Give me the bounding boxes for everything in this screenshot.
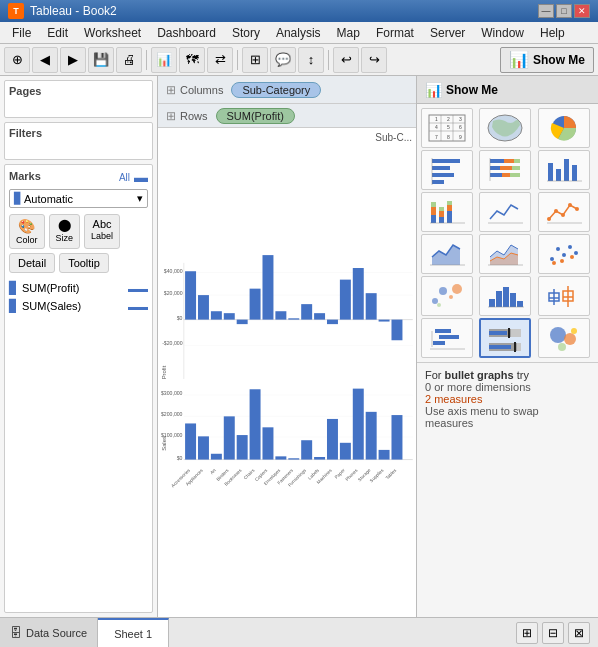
toolbar-forward[interactable]: ▶ (60, 47, 86, 73)
chart-type-geo-map[interactable] (479, 108, 531, 148)
toolbar-redo[interactable]: ↪ (361, 47, 387, 73)
svg-rect-13 (224, 313, 235, 319)
svg-rect-21 (327, 320, 338, 325)
new-sheet-button[interactable]: ⊞ (516, 622, 538, 644)
chart-type-area-2[interactable] (479, 234, 531, 274)
chart-type-stacked-bar-h[interactable] (479, 150, 531, 190)
svg-text:$40,000: $40,000 (164, 268, 183, 274)
chart-type-bar-vertical[interactable] (538, 150, 590, 190)
svg-rect-152 (439, 335, 459, 339)
chart-type-bar-horizontal[interactable] (421, 150, 473, 190)
data-source-tab[interactable]: 🗄 Data Source (0, 618, 98, 647)
menu-story[interactable]: Story (224, 24, 268, 42)
minimize-button[interactable]: — (538, 4, 554, 18)
chart-type-gantt[interactable] (421, 318, 473, 358)
svg-rect-38 (211, 454, 222, 460)
columns-pill[interactable]: Sub-Category (231, 82, 321, 98)
chart-type-stacked-bar-v[interactable] (421, 192, 473, 232)
sum-sales-field: ▊ SUM(Sales) ▬▬ (9, 297, 148, 315)
marks-type-dropdown[interactable]: ▊ Automatic ▾ (9, 189, 148, 208)
marks-all: All (119, 172, 130, 183)
svg-rect-103 (564, 159, 569, 181)
window-controls[interactable]: — □ ✕ (538, 4, 590, 18)
tooltip-button[interactable]: Tooltip (59, 253, 109, 273)
chart-type-text-table[interactable]: 123 456 789 (421, 108, 473, 148)
detail-button[interactable]: Detail (9, 253, 55, 273)
svg-rect-89 (432, 180, 444, 184)
svg-rect-99 (510, 173, 520, 177)
menu-map[interactable]: Map (329, 24, 368, 42)
sum-profit-field: ▊ SUM(Profit) ▬▬ (9, 279, 148, 297)
show-me-label: Show Me (533, 53, 585, 67)
menu-edit[interactable]: Edit (39, 24, 76, 42)
label-button[interactable]: Abc Label (84, 214, 120, 249)
menu-window[interactable]: Window (473, 24, 532, 42)
chart-type-packed-bubble[interactable] (538, 318, 590, 358)
toolbar-back[interactable]: ◀ (32, 47, 58, 73)
chart-type-line-marks[interactable] (538, 192, 590, 232)
svg-rect-111 (439, 207, 444, 211)
toolbar-swap[interactable]: ⇄ (207, 47, 233, 73)
menu-server[interactable]: Server (422, 24, 473, 42)
chart-type-line[interactable] (479, 192, 531, 232)
rows-pill[interactable]: SUM(Profit) (216, 108, 295, 124)
columns-label: ⊞ Columns (166, 83, 223, 97)
toolbar-fit[interactable]: ⊞ (242, 47, 268, 73)
toolbar-map[interactable]: 🗺 (179, 47, 205, 73)
svg-point-121 (575, 207, 579, 211)
menu-worksheet[interactable]: Worksheet (76, 24, 149, 42)
menu-dashboard[interactable]: Dashboard (149, 24, 224, 42)
maximize-button[interactable]: □ (556, 4, 572, 18)
sheet-tab[interactable]: Sheet 1 (98, 618, 169, 647)
svg-text:Supplies: Supplies (369, 467, 385, 483)
svg-rect-40 (237, 435, 248, 460)
svg-text:-$20,000: -$20,000 (162, 340, 182, 346)
toolbar-undo[interactable]: ↩ (333, 47, 359, 73)
color-button[interactable]: 🎨 Color (9, 214, 45, 249)
show-me-button[interactable]: 📊 Show Me (500, 47, 594, 73)
svg-rect-16 (262, 255, 273, 319)
menu-format[interactable]: Format (368, 24, 422, 42)
toolbar-tooltip[interactable]: 💬 (270, 47, 296, 73)
toolbar-save[interactable]: 💾 (88, 47, 114, 73)
svg-rect-142 (517, 301, 523, 307)
svg-text:9: 9 (459, 134, 462, 140)
size-button[interactable]: ⬤ Size (49, 214, 81, 249)
svg-rect-42 (262, 427, 273, 459)
menu-file[interactable]: File (4, 24, 39, 42)
toolbar-bar-chart[interactable]: 📊 (151, 47, 177, 73)
svg-rect-96 (512, 166, 520, 170)
columns-shelf: ⊞ Columns Sub-Category (158, 76, 416, 104)
chart-type-box[interactable] (538, 276, 590, 316)
chart-type-pie[interactable] (538, 108, 590, 148)
chart-type-histogram[interactable] (479, 276, 531, 316)
svg-text:$0: $0 (177, 315, 183, 321)
toolbar-refresh[interactable]: ⊕ (4, 47, 30, 73)
marks-detail-row: Detail Tooltip (9, 253, 148, 273)
svg-rect-23 (353, 268, 364, 320)
tip-swap: Use axis menu to swap measures (425, 405, 590, 429)
show-me-panel: 📊 Show Me 123 456 789 (416, 76, 598, 617)
svg-point-127 (562, 253, 566, 257)
color-label: Color (16, 235, 38, 245)
new-story-button[interactable]: ⊠ (568, 622, 590, 644)
columns-text: Columns (180, 84, 223, 96)
close-button[interactable]: ✕ (574, 4, 590, 18)
toolbar-sort[interactable]: ↕ (298, 47, 324, 73)
app-icon: T (8, 3, 24, 19)
marks-section: Marks All ▬ ▊ Automatic ▾ 🎨 Color ⬤ Size (4, 164, 153, 613)
svg-point-166 (571, 328, 577, 334)
svg-point-163 (550, 327, 566, 343)
chart-type-area[interactable] (421, 234, 473, 274)
chart-type-scatter[interactable] (538, 234, 590, 274)
new-dashboard-button[interactable]: ⊟ (542, 622, 564, 644)
svg-text:$300,000: $300,000 (161, 390, 183, 396)
toolbar-print[interactable]: 🖨 (116, 47, 142, 73)
svg-rect-110 (439, 211, 444, 217)
chart-type-bullet[interactable] (479, 318, 531, 358)
show-me-bar-chart-icon: 📊 (425, 82, 442, 98)
menu-analysis[interactable]: Analysis (268, 24, 329, 42)
tip-measures: 2 measures (425, 393, 590, 405)
menu-help[interactable]: Help (532, 24, 573, 42)
chart-type-scatter-2[interactable] (421, 276, 473, 316)
